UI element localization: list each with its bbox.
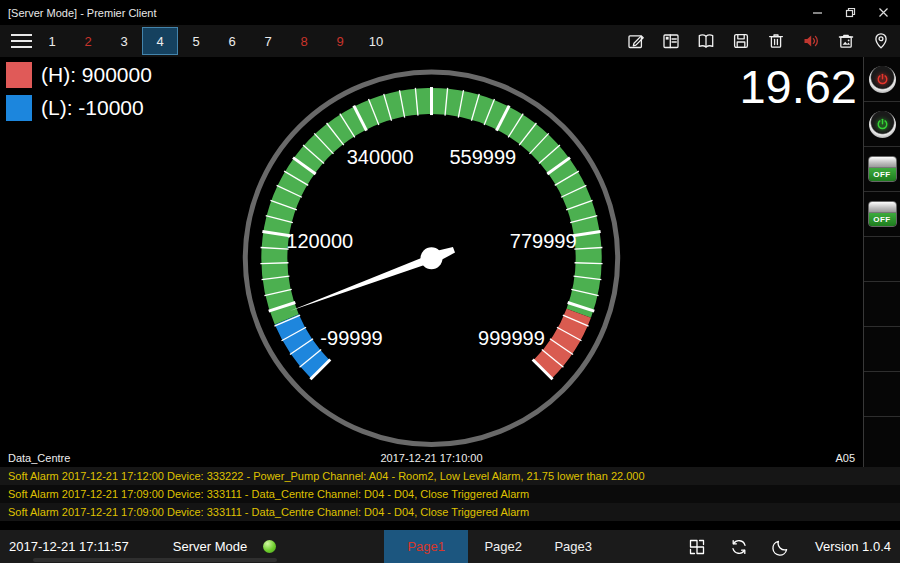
power-button-green[interactable] xyxy=(869,111,896,138)
channel-id: A05 xyxy=(483,452,855,464)
sidebar-cell-9 xyxy=(864,417,900,467)
title-bar: [Server Mode] - Premier Client xyxy=(0,0,900,25)
toolbar xyxy=(625,31,900,52)
sidebar-cell-5 xyxy=(864,237,900,282)
horizontal-scrollbar-thumb[interactable] xyxy=(33,558,277,562)
location-icon[interactable] xyxy=(870,31,891,52)
legend-low: (L): -10000 xyxy=(6,95,152,121)
svg-text:120000: 120000 xyxy=(286,230,353,252)
gauge-panel: -99999120000340000559999779999999999 (H)… xyxy=(0,57,863,467)
book-icon[interactable] xyxy=(695,31,716,52)
toggle-button-1[interactable]: OFF xyxy=(868,156,897,182)
tab-2[interactable]: 2 xyxy=(70,25,106,57)
tab-9[interactable]: 9 xyxy=(322,25,358,57)
current-value: 19.62 xyxy=(739,58,857,117)
minimize-icon[interactable] xyxy=(801,0,834,25)
alarm-list: Soft Alarm 2017-12-21 17:12:00 Device: 3… xyxy=(0,467,900,521)
sidebar-cell-8 xyxy=(864,372,900,417)
tab-3[interactable]: 3 xyxy=(106,25,142,57)
edit-icon[interactable] xyxy=(625,31,646,52)
tab-4[interactable]: 4 xyxy=(142,27,178,55)
alarm-row-1[interactable]: Soft Alarm 2017-12-21 17:12:00 Device: 3… xyxy=(0,467,900,485)
toggle-rocker xyxy=(869,202,896,213)
sidebar-cell-4[interactable]: OFF xyxy=(864,192,900,237)
low-label: (L): -10000 xyxy=(41,96,144,120)
window-title: [Server Mode] - Premier Client xyxy=(0,7,801,19)
tab-5[interactable]: 5 xyxy=(178,25,214,57)
toggle-rocker xyxy=(869,157,896,168)
toggle-state-label: OFF xyxy=(869,168,896,181)
svg-text:-99999: -99999 xyxy=(320,327,382,349)
sync-icon[interactable] xyxy=(728,536,749,557)
speaker-icon[interactable] xyxy=(800,31,821,52)
gauge-footer: Data_Centre 2017-12-21 17:10:00 A05 xyxy=(0,450,863,466)
svg-text:779999: 779999 xyxy=(510,230,577,252)
sidebar-cell-6 xyxy=(864,282,900,327)
tab-1[interactable]: 1 xyxy=(34,25,70,57)
clock: 2017-12-21 17:11:57 xyxy=(9,539,129,554)
statusbar-icons xyxy=(686,536,791,557)
high-label: (H): 900000 xyxy=(41,63,152,87)
page-button-page1[interactable]: Page1 xyxy=(384,530,468,563)
sidebar-cell-7 xyxy=(864,327,900,372)
page-buttons: Page1Page2Page3 xyxy=(384,530,608,563)
low-color-swatch xyxy=(6,95,32,121)
device-name: Data_Centre xyxy=(8,452,380,464)
spacer xyxy=(0,521,900,530)
page-button-page3[interactable]: Page3 xyxy=(538,530,608,563)
control-sidebar: OFFOFF xyxy=(863,57,900,467)
moon-icon[interactable] xyxy=(770,536,791,557)
save-icon[interactable] xyxy=(730,31,751,52)
sidebar-cell-2[interactable] xyxy=(864,102,900,147)
restore-icon[interactable] xyxy=(834,0,867,25)
tab-6[interactable]: 6 xyxy=(214,25,250,57)
svg-text:340000: 340000 xyxy=(347,146,414,168)
status-bar: 2017-12-21 17:11:57 Server Mode Page1Pag… xyxy=(0,530,900,563)
gauge-legend: (H): 900000 (L): -10000 xyxy=(6,62,152,128)
connection-status-dot xyxy=(263,540,276,553)
close-icon[interactable] xyxy=(867,0,900,25)
tab-10[interactable]: 10 xyxy=(358,25,394,57)
layout-icon[interactable] xyxy=(660,31,681,52)
menu-icon[interactable] xyxy=(0,25,34,57)
alarm-row-3[interactable]: Soft Alarm 2017-12-21 17:09:00 Device: 3… xyxy=(0,503,900,521)
power-button-red[interactable] xyxy=(869,66,896,93)
tab-8[interactable]: 8 xyxy=(286,25,322,57)
page-button-page2[interactable]: Page2 xyxy=(468,530,538,563)
swap-pages-icon[interactable] xyxy=(686,536,707,557)
tab-strip: 12345678910 xyxy=(34,25,394,57)
alarm-row-2[interactable]: Soft Alarm 2017-12-21 17:09:00 Device: 3… xyxy=(0,485,900,503)
main-area: -99999120000340000559999779999999999 (H)… xyxy=(0,57,900,467)
tab-7[interactable]: 7 xyxy=(250,25,286,57)
sidebar-cell-3[interactable]: OFF xyxy=(864,147,900,192)
image-bin-icon[interactable] xyxy=(835,31,856,52)
svg-text:999999: 999999 xyxy=(478,327,545,349)
reading-timestamp: 2017-12-21 17:10:00 xyxy=(380,452,482,464)
high-color-swatch xyxy=(6,62,32,88)
sidebar-cell-1[interactable] xyxy=(864,57,900,102)
toggle-button-2[interactable]: OFF xyxy=(868,201,897,227)
tab-bar: 12345678910 xyxy=(0,25,900,57)
toggle-state-label: OFF xyxy=(869,213,896,226)
version-label: Version 1.0.4 xyxy=(815,539,891,554)
svg-text:559999: 559999 xyxy=(449,146,516,168)
trash-icon[interactable] xyxy=(765,31,786,52)
legend-high: (H): 900000 xyxy=(6,62,152,88)
mode-label: Server Mode xyxy=(173,539,247,554)
